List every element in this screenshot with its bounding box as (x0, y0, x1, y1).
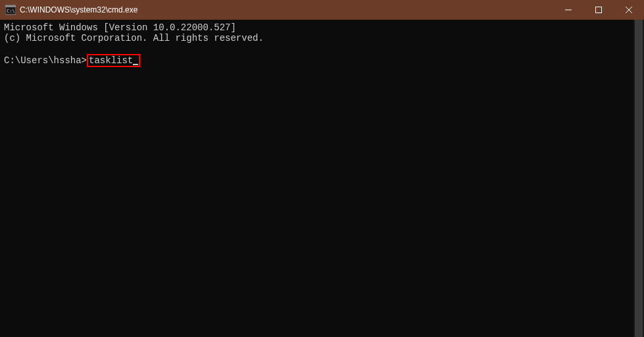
titlebar[interactable]: C:\ C:\WINDOWS\system32\cmd.exe (0, 0, 644, 20)
svg-text:C:\: C:\ (7, 9, 15, 14)
close-button[interactable] (614, 0, 644, 20)
command-text: tasklist (89, 55, 133, 66)
scrollbar-track[interactable] (633, 20, 644, 337)
window-title: C:\WINDOWS\system32\cmd.exe (20, 5, 553, 14)
prompt-text: C:\Users\hssha> (4, 55, 87, 66)
cursor (133, 64, 138, 65)
svg-rect-4 (596, 7, 602, 13)
copyright-line: (c) Microsoft Corporation. All rights re… (4, 33, 639, 43)
window-controls (553, 0, 644, 20)
command-prompt-window: C:\ C:\WINDOWS\system32\cmd.exe (0, 0, 644, 337)
minimize-button[interactable] (553, 0, 583, 20)
version-line: Microsoft Windows [Version 10.0.22000.52… (4, 22, 639, 33)
cmd-icon: C:\ (5, 5, 16, 15)
prompt-line: C:\Users\hssha>tasklist (4, 54, 639, 67)
command-highlight: tasklist (87, 54, 140, 67)
scrollbar-thumb[interactable] (635, 20, 643, 337)
terminal-output[interactable]: Microsoft Windows [Version 10.0.22000.52… (0, 20, 644, 337)
maximize-button[interactable] (583, 0, 614, 20)
svg-rect-1 (5, 5, 16, 7)
